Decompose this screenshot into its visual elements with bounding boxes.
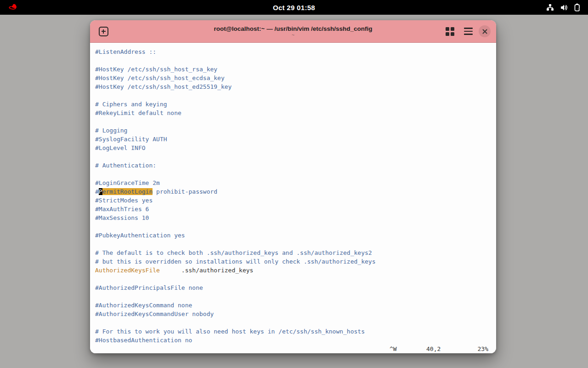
terminal-line: [95, 91, 496, 100]
top-bar: Oct 29 01:58: [0, 0, 588, 15]
terminal-line: # Authentication:: [95, 161, 496, 170]
terminal-line: #RekeyLimit default none: [95, 109, 496, 117]
terminal-line: AuthorizedKeysFile .ssh/authorized_keys: [95, 266, 496, 275]
terminal-line: [95, 152, 496, 161]
distro-logo-button[interactable]: [0, 3, 19, 12]
terminal-line: #HostKey /etc/ssh/ssh_host_ed25519_key: [95, 82, 496, 91]
terminal-line: # Ciphers and keying: [95, 100, 496, 109]
terminal-line: [95, 318, 496, 327]
close-icon: [482, 29, 487, 34]
terminal-line: #LoginGraceTime 2m: [95, 178, 496, 187]
terminal-line: #HostbasedAuthentication no: [95, 336, 496, 345]
terminal-line: [95, 222, 496, 231]
terminal-line: #SyslogFacility AUTH: [95, 135, 496, 144]
battery-charging-icon: [574, 3, 581, 12]
system-tray[interactable]: [546, 3, 588, 12]
vim-pending-key: ^W: [390, 345, 397, 353]
terminal-line: [95, 170, 496, 178]
terminal-line: #HostKey /etc/ssh/ssh_host_rsa_key: [95, 65, 496, 74]
terminal-line: #StrictModes yes: [95, 196, 496, 205]
terminal-line: # but this is overridden so installation…: [95, 257, 496, 266]
terminal-line: #MaxAuthTries 6: [95, 205, 496, 213]
terminal-line: #AuthorizedKeysCommand none: [95, 301, 496, 310]
terminal-line: #ListenAddress ::: [95, 47, 496, 56]
terminal-line: #PermitRootLogin prohibit-password: [95, 187, 496, 196]
tab-overview-button[interactable]: [442, 23, 458, 39]
window-titlebar[interactable]: root@localhost:~ — /usr/bin/vim /etc/ssh…: [90, 20, 496, 43]
terminal-line: #PubkeyAuthentication yes: [95, 231, 496, 240]
terminal-line: [95, 117, 496, 126]
terminal-screen[interactable]: #ListenAddress :: #HostKey /etc/ssh/ssh_…: [90, 43, 496, 353]
terminal-line: # The default is to check both .ssh/auth…: [95, 248, 496, 257]
terminal-line: # For this to work you will also need ho…: [95, 327, 496, 336]
menu-button[interactable]: [460, 23, 476, 39]
window-title-area: root@localhost:~ — /usr/bin/vim /etc/ssh…: [145, 20, 441, 43]
close-button[interactable]: [479, 25, 491, 37]
redhat-logo-icon: [8, 3, 19, 12]
hamburger-menu-icon: [464, 28, 473, 35]
new-tab-icon: [99, 27, 108, 36]
vim-ruler-percent: 23%: [478, 345, 488, 353]
network-wired-icon: [546, 4, 554, 12]
tab-overview-icon: [446, 27, 454, 36]
terminal-line: #LogLevel INFO: [95, 144, 496, 152]
new-tab-button[interactable]: [96, 23, 111, 39]
terminal-line: #MaxSessions 10: [95, 213, 496, 222]
volume-icon: [560, 4, 568, 12]
vim-ruler-position: 40,2: [426, 345, 441, 353]
terminal-line: [95, 240, 496, 248]
terminal-line: [95, 275, 496, 283]
clock[interactable]: Oct 29 01:58: [0, 0, 588, 15]
terminal-line: [95, 292, 496, 301]
window-title: root@localhost:~ — /usr/bin/vim /etc/ssh…: [214, 25, 372, 32]
terminal-window: root@localhost:~ — /usr/bin/vim /etc/ssh…: [90, 20, 496, 353]
terminal-lines: #ListenAddress :: #HostKey /etc/ssh/ssh_…: [90, 47, 496, 345]
vim-statusline: search hit BOTTOM, continuing at TOP ^W …: [90, 345, 496, 353]
terminal-line: #AuthorizedKeysCommandUser nobody: [95, 310, 496, 318]
terminal-line: [95, 56, 496, 65]
terminal-line: #AuthorizedPrincipalsFile none: [95, 283, 496, 292]
terminal-line: # Logging: [95, 126, 496, 135]
terminal-line: #HostKey /etc/ssh/ssh_host_ecdsa_key: [95, 74, 496, 82]
window-subtitle: ~: [292, 33, 294, 38]
